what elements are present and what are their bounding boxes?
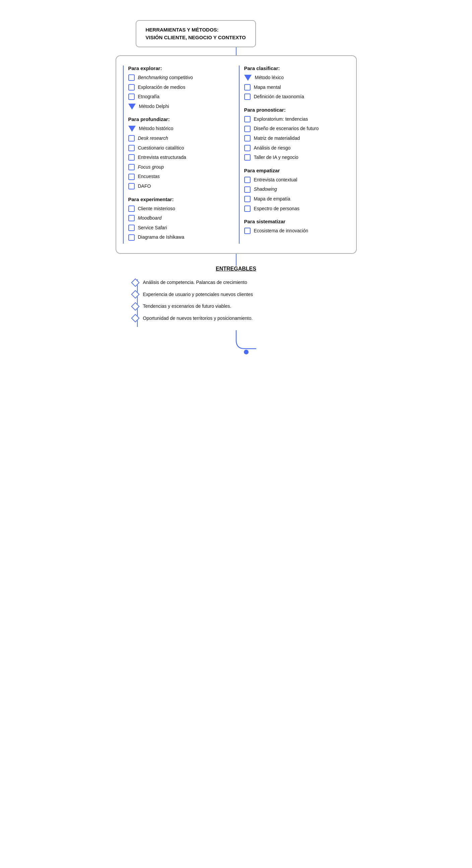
- icon-square: [128, 183, 135, 189]
- right-column-wrapper: Para clasificar:Método léxicoMapa mental…: [239, 65, 349, 244]
- item-text: Benchmarking competitivo: [138, 74, 193, 81]
- entregables-section: ENTREGABLES Análisis de competencia. Pal…: [115, 266, 357, 327]
- icon-square: [128, 154, 135, 161]
- item-text: Cuestionario catalítico: [138, 145, 184, 152]
- icon-square: [244, 135, 250, 142]
- item-text: Definición de taxonomía: [254, 94, 304, 100]
- item-text: Espectro de personas: [254, 206, 300, 212]
- icon-diamond: [131, 314, 139, 322]
- entregable-item: Análisis de competencia. Palancas de cre…: [132, 279, 340, 286]
- item-text: Moodboard: [138, 215, 162, 222]
- item-text: Método Delphi: [139, 103, 169, 110]
- icon-square: [128, 206, 135, 212]
- item-text: Encuestas: [138, 173, 160, 180]
- entregable-text: Experiencia de usuario y potenciales nue…: [143, 291, 253, 298]
- list-item: Exploratorium: tendencias: [244, 116, 349, 123]
- header-title-line2: VISIÓN CLIENTE, NEGOCIO Y CONTEXTO: [146, 34, 246, 41]
- list-item: Método léxico: [244, 74, 349, 81]
- section-title: Para pronosticar:: [244, 107, 349, 113]
- top-connector-line: [236, 47, 236, 55]
- section-title: Para profundizar:: [128, 116, 234, 122]
- section-title: Para sistematizar: [244, 219, 349, 224]
- item-text: Entrevista contextual: [254, 177, 298, 183]
- item-text: Exploración de medios: [138, 84, 186, 91]
- list-item: Matriz de materialidad: [244, 135, 349, 142]
- list-item: Taller de IA y negocio: [244, 154, 349, 161]
- header-title-line1: HERRAMIENTAS Y MÉTODOS:: [146, 26, 246, 34]
- entregable-item: Tendencias y escenarios de futuro viable…: [132, 303, 340, 310]
- list-item: Definición de taxonomía: [244, 94, 349, 100]
- list-item: Shadowing: [244, 186, 349, 193]
- icon-triangle-down: [128, 103, 136, 110]
- icon-square: [244, 186, 250, 193]
- item-text: Método histórico: [139, 125, 173, 132]
- item-text: Análisis de riesgo: [254, 145, 291, 152]
- icon-square: [128, 94, 135, 100]
- item-text: Focus group: [138, 164, 164, 170]
- item-text: Desk research: [138, 135, 168, 142]
- icon-square: [244, 84, 250, 91]
- list-item: Método histórico: [128, 125, 234, 132]
- list-item: Entrevista estructurada: [128, 154, 234, 161]
- list-item: Entrevista contextual: [244, 177, 349, 183]
- list-item: Ecosistema de innovación: [244, 228, 349, 234]
- item-text: Mapa de empatía: [254, 196, 291, 203]
- item-text: Diagrama de Ishikawa: [138, 234, 184, 241]
- list-item: DAFO: [128, 183, 234, 190]
- list-item: Espectro de personas: [244, 206, 349, 212]
- final-connector: [216, 330, 256, 354]
- icon-square: [128, 145, 135, 151]
- icon-square: [244, 94, 250, 100]
- list-item: Moodboard: [128, 215, 234, 222]
- list-item: Benchmarking competitivo: [128, 74, 234, 81]
- list-item: Cliente misterioso: [128, 206, 234, 212]
- icon-square: [128, 234, 135, 241]
- item-text: Service Safari: [138, 225, 167, 231]
- icon-diamond: [131, 290, 139, 299]
- icon-square: [244, 126, 250, 132]
- list-item: Método Delphi: [128, 103, 234, 110]
- item-text: Etnografía: [138, 94, 160, 100]
- list-item: Encuestas: [128, 173, 234, 180]
- final-curve-svg: [216, 330, 256, 350]
- section-title: Para empatizar: [244, 167, 349, 173]
- section-title: Para experimentar:: [128, 196, 234, 202]
- list-item: Mapa de empatía: [244, 196, 349, 203]
- icon-square: [244, 116, 250, 122]
- list-item: Focus group: [128, 164, 234, 170]
- icon-square: [128, 215, 135, 221]
- icon-triangle-down: [128, 126, 136, 132]
- entregables-title: ENTREGABLES: [216, 266, 256, 272]
- list-item: Análisis de riesgo: [244, 145, 349, 152]
- icon-square: [244, 228, 250, 234]
- list-item: Diagrama de Ishikawa: [128, 234, 234, 241]
- icon-square: [244, 196, 250, 202]
- item-text: Método léxico: [255, 74, 284, 81]
- entregable-item: Experiencia de usuario y potenciales nue…: [132, 291, 340, 298]
- icon-square: [244, 177, 250, 183]
- item-text: Cliente misterioso: [138, 206, 175, 212]
- list-item: Diseño de escenarios de futuro: [244, 125, 349, 132]
- icon-diamond: [131, 302, 139, 310]
- item-text: Exploratorium: tendencias: [254, 116, 308, 123]
- list-item: Cuestionario catalítico: [128, 145, 234, 152]
- section-title: Para explorar:: [128, 65, 234, 71]
- list-item: Service Safari: [128, 225, 234, 231]
- item-text: Entrevista estructurada: [138, 154, 186, 161]
- item-text: Shadowing: [254, 186, 277, 193]
- list-item: Desk research: [128, 135, 234, 142]
- icon-square: [128, 84, 135, 91]
- item-text: Diseño de escenarios de futuro: [254, 125, 319, 132]
- item-text: Matriz de materialidad: [254, 135, 300, 142]
- content-box: Para explorar:Benchmarking competitivoEx…: [115, 55, 357, 254]
- item-text: DAFO: [138, 183, 151, 190]
- icon-square: [128, 74, 135, 81]
- entregable-item: Oportunidad de nuevos territorios y posi…: [132, 315, 340, 322]
- left-column: Para explorar:Benchmarking competitivoEx…: [128, 65, 234, 244]
- section-title: Para clasificar:: [244, 65, 349, 71]
- entregable-text: Oportunidad de nuevos territorios y posi…: [143, 315, 253, 322]
- entregable-text: Tendencias y escenarios de futuro viable…: [143, 303, 232, 310]
- header-box: HERRAMIENTAS Y MÉTODOS: VISIÓN CLIENTE, …: [136, 20, 256, 47]
- icon-square: [128, 135, 135, 142]
- icon-square: [128, 225, 135, 231]
